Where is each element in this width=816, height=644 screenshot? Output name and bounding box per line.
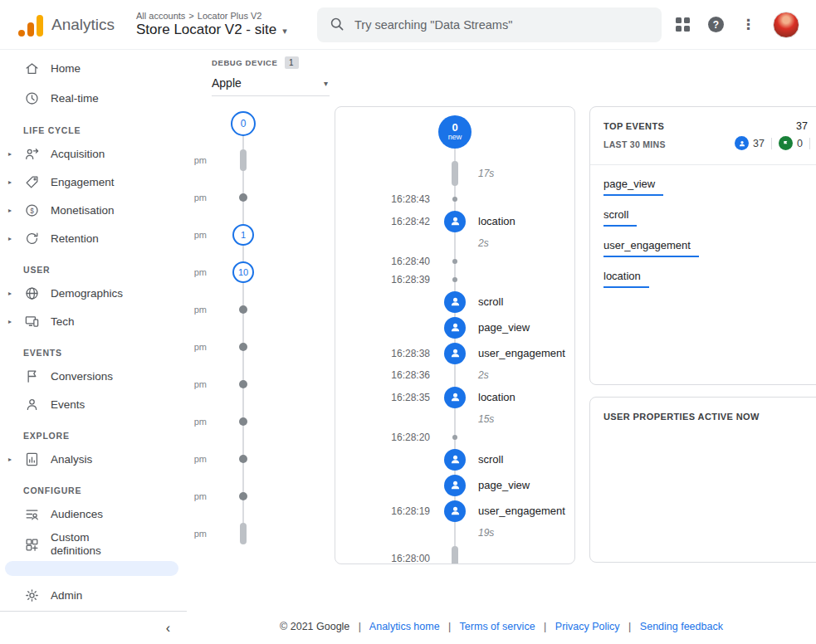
top-events-total: 37	[796, 120, 808, 132]
minute-unit-label: pm	[187, 305, 207, 315]
top-event-name[interactable]: location	[603, 270, 649, 288]
minute-dot[interactable]	[239, 455, 247, 463]
minute-dot[interactable]	[239, 417, 247, 426]
analytics-logo-icon[interactable]	[18, 13, 43, 37]
user-event-icon[interactable]	[444, 343, 466, 364]
conversions-count-icon[interactable]	[779, 136, 793, 150]
minute-row: pm 1	[187, 216, 280, 253]
event-name[interactable]: scroll	[467, 295, 503, 308]
sidebar-item-analysis[interactable]: ▸ Analysis	[0, 445, 187, 473]
footer-link-privacy[interactable]: Privacy Policy	[555, 621, 620, 632]
sidebar-item-admin[interactable]: Admin	[0, 579, 187, 611]
more-options-icon[interactable]: ⋮	[741, 16, 755, 33]
sidebar-item-monetisation[interactable]: ▸ $ Monetisation	[0, 196, 187, 224]
user-avatar[interactable]	[773, 12, 799, 38]
event-name[interactable]: user_engagement	[467, 347, 565, 359]
event-name[interactable]: scroll	[467, 453, 503, 466]
sidebar-item-label: Retention	[51, 232, 99, 245]
expand-arrow-icon[interactable]: ▸	[8, 178, 23, 186]
user-event-icon[interactable]	[444, 500, 466, 522]
expand-arrow-icon[interactable]: ▸	[8, 235, 23, 242]
minute-row: pm	[187, 477, 280, 515]
sidebar-item-engagement[interactable]: ▸ Engagement	[0, 168, 187, 196]
minute-events-bubble[interactable]: 10	[232, 261, 254, 283]
device-select-value: Apple	[212, 76, 242, 90]
header-actions: ? ⋮	[676, 12, 799, 38]
sidebar-collapse-button[interactable]: ‹	[0, 611, 187, 644]
stream-row: 16:28:36 2s	[335, 366, 574, 384]
sidebar-item-events[interactable]: Events	[0, 390, 187, 418]
expand-arrow-icon[interactable]: ▸	[8, 207, 23, 214]
selected-item-highlight[interactable]	[5, 561, 178, 576]
sidebar-item-label: Events	[51, 398, 85, 411]
breadcrumb-separator: >	[188, 11, 193, 21]
minute-row: pm	[187, 365, 280, 402]
top-event-name[interactable]: page_view	[603, 178, 663, 196]
minute-unit-label: pm	[187, 155, 207, 165]
events-count-icon[interactable]	[735, 136, 749, 150]
sidebar-item-home[interactable]: Home	[0, 53, 187, 83]
user-event-icon[interactable]	[444, 475, 466, 496]
apps-grid-icon[interactable]	[676, 17, 691, 32]
event-name[interactable]: page_view	[467, 321, 530, 334]
expand-arrow-icon[interactable]: ▸	[8, 290, 23, 297]
sidebar-item-acquisition[interactable]: ▸ Acquisition	[0, 139, 187, 168]
event-name[interactable]: page_view	[467, 479, 530, 491]
user-properties-panel: USER PROPERTIES ACTIVE NOW	[589, 397, 816, 563]
analysis-chart-icon	[23, 451, 40, 467]
debug-device-block: DEBUG DEVICE 1 Apple ▾	[212, 56, 330, 96]
minute-events-bubble[interactable]: 1	[232, 224, 254, 246]
footer-link-feedback[interactable]: Sending feedback	[640, 621, 723, 632]
sidebar-item-custom-definitions[interactable]: Custom definitions	[0, 528, 187, 561]
footer-copyright: © 2021 Google	[280, 621, 349, 632]
minute-dot[interactable]	[239, 492, 247, 500]
expand-arrow-icon[interactable]: ▸	[8, 456, 23, 463]
breadcrumb-current[interactable]: Locator Plus V2	[198, 11, 262, 21]
device-select[interactable]: Apple ▾	[212, 71, 330, 96]
app-header: Analytics All accounts>Locator Plus V2 S…	[0, 0, 816, 50]
custom-definitions-icon	[23, 536, 40, 553]
minute-dot[interactable]	[239, 305, 247, 314]
sidebar-item-retention[interactable]: ▸ Retention	[0, 224, 187, 252]
user-event-icon[interactable]	[444, 291, 466, 313]
sidebar-item-realtime[interactable]: Real-time	[0, 83, 187, 113]
footer-link-terms[interactable]: Terms of service	[460, 621, 535, 632]
sidebar-item-audiences[interactable]: Audiences	[0, 500, 187, 528]
top-event-row[interactable]: location	[603, 270, 816, 288]
minute-events-bubble[interactable]: 0	[231, 111, 256, 136]
top-event-name[interactable]: scroll	[603, 208, 637, 227]
user-event-icon[interactable]	[444, 387, 466, 408]
top-event-row[interactable]: user_engagement	[603, 239, 816, 257]
minute-dot[interactable]	[239, 193, 247, 202]
sidebar-item-tech[interactable]: ▸ Tech	[0, 307, 187, 335]
sidebar-item-demographics[interactable]: ▸ Demographics	[0, 279, 187, 307]
sidebar-item-label: Monetisation	[51, 204, 115, 217]
top-event-row[interactable]: scroll	[603, 208, 816, 227]
minute-dot[interactable]	[239, 343, 247, 351]
search-input[interactable]	[354, 18, 650, 32]
footer-link-analytics-home[interactable]: Analytics home	[369, 621, 440, 632]
expand-arrow-icon[interactable]: ▸	[8, 318, 23, 325]
breadcrumb-all-accounts[interactable]: All accounts	[136, 11, 185, 21]
event-name[interactable]: location	[467, 391, 515, 403]
new-events-badge[interactable]: 0 new	[438, 115, 472, 149]
user-event-icon[interactable]	[444, 449, 466, 471]
sidebar-item-conversions[interactable]: Conversions	[0, 362, 187, 390]
top-event-row[interactable]: page_view	[603, 178, 816, 196]
minute-segment[interactable]	[240, 523, 247, 544]
user-event-icon[interactable]	[444, 211, 466, 232]
event-name[interactable]: location	[467, 215, 515, 227]
user-event-icon[interactable]	[444, 317, 466, 339]
property-selector[interactable]: Store Locator V2 - site ▾	[136, 22, 312, 38]
expand-arrow-icon[interactable]: ▸	[8, 150, 23, 158]
top-event-name[interactable]: user_engagement	[603, 239, 699, 257]
minute-dot[interactable]	[239, 380, 247, 388]
minute-segment[interactable]	[240, 149, 247, 171]
event-name[interactable]: user_engagement	[467, 505, 565, 517]
stream-segment	[452, 546, 458, 564]
minute-unit-label: pm	[187, 529, 207, 539]
minute-unit-label: pm	[187, 267, 207, 277]
search-bar[interactable]	[317, 7, 662, 42]
help-icon[interactable]: ?	[708, 17, 724, 32]
stream-row: 16:28:39	[335, 271, 574, 289]
